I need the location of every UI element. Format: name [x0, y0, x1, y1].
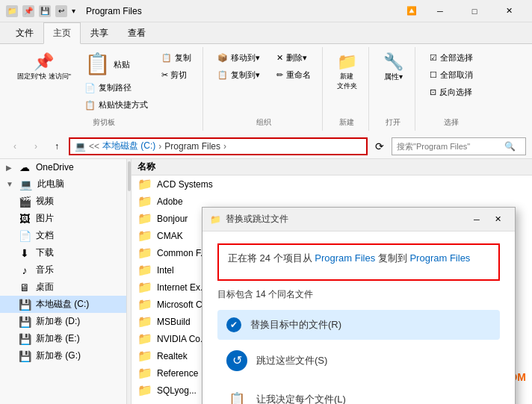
skip-label: 跳过这些文件(S): [256, 354, 327, 367]
file-name: CMAK: [157, 231, 183, 241]
new-buttons: 📁 新建文件夹: [332, 50, 362, 95]
minimize-button[interactable]: ─: [423, 0, 457, 22]
forward-button[interactable]: ›: [27, 137, 45, 155]
sidebar-item-edrive[interactable]: 💾 新加卷 (E:): [0, 330, 126, 347]
select-all-label: 全部选择: [440, 52, 473, 63]
paste-shortcut-icon: 📋: [84, 100, 96, 111]
folder-icon: 📁: [137, 314, 152, 329]
search-icon: 🔍: [504, 141, 516, 152]
sidebar-item-cdrive[interactable]: 💾 本地磁盘 (C:): [0, 296, 126, 313]
decide-option[interactable]: 📋 让我决定每个文件(L): [217, 382, 500, 405]
select-none-icon: ☐: [430, 70, 437, 80]
copy-cut-group: 📋 复制 ✂ 剪切: [156, 50, 197, 83]
sidebar-item-video[interactable]: 🎬 视频: [0, 193, 126, 210]
paste-button[interactable]: 📋 粘贴: [79, 50, 153, 78]
chevron-down-icon[interactable]: ▾: [72, 7, 75, 15]
chevron-up-icon[interactable]: 🔼: [400, 0, 423, 22]
info-prefix: 正在将 24 个项目从: [228, 252, 315, 264]
skip-option[interactable]: ↺ 跳过这些文件(S): [217, 343, 500, 379]
pin-button[interactable]: 📌 固定到"快 速访问": [12, 50, 76, 85]
tab-home[interactable]: 主页: [43, 22, 81, 44]
sidebar-label-video: 视频: [36, 195, 54, 208]
cut-button[interactable]: ✂ 剪切: [156, 67, 197, 83]
file-name: Reference: [157, 368, 198, 379]
ddrive-icon: 💾: [18, 316, 31, 328]
rename-button[interactable]: ✏ 重命名: [271, 67, 316, 83]
sidebar-item-downloads[interactable]: ⬇ 下载: [0, 244, 126, 261]
tab-file[interactable]: 文件: [6, 22, 43, 44]
decide-icon: 📋: [226, 389, 247, 405]
sidebar-item-desktop[interactable]: 🖥 桌面: [0, 279, 126, 296]
sidebar-item-documents[interactable]: 📄 文档: [0, 227, 126, 244]
new-folder-label: 新建文件夹: [337, 72, 357, 91]
file-name: Internet Ex...: [157, 282, 208, 293]
sidebar-label-downloads: 下载: [36, 246, 54, 259]
rename-icon: ✏: [276, 70, 283, 80]
copy-path-button[interactable]: 📄 复制路径: [79, 80, 153, 96]
copy-button[interactable]: 📋 复制: [156, 50, 197, 66]
copy-to-button[interactable]: 📋 复制到▾: [212, 67, 265, 83]
sidebar-item-onedrive[interactable]: ▶ ☁ OneDrive: [0, 159, 126, 175]
clipboard-label: 剪切板: [93, 114, 115, 128]
select-all-button[interactable]: ☑ 全部选择: [424, 50, 478, 66]
file-list-header: 名称: [132, 159, 532, 175]
sidebar-item-music[interactable]: ♪ 音乐: [0, 261, 126, 279]
clipboard-buttons: 📌 固定到"快 速访问" 📋 粘贴 📄 复制路径 📋 粘贴快捷方式: [12, 50, 197, 113]
refresh-button[interactable]: ⟳: [371, 137, 389, 155]
sidebar-label-desktop: 桌面: [36, 281, 54, 293]
paste-label: 粘贴: [114, 59, 130, 70]
invert-label: 反向选择: [439, 87, 472, 98]
sidebar-item-ddrive[interactable]: 💾 新加卷 (D:): [0, 313, 126, 330]
replace-option[interactable]: ✔ 替换目标中的文件(R): [217, 310, 500, 340]
move-to-label: 移动到▾: [231, 52, 260, 63]
sidebar-item-pictures[interactable]: 🖼 图片: [0, 210, 126, 227]
folder-icon: 📁: [137, 349, 152, 363]
close-button[interactable]: ✕: [492, 0, 526, 22]
up-button[interactable]: ↑: [48, 137, 66, 155]
file-name: MSBuild: [157, 317, 191, 327]
paste-icon: 📋: [84, 54, 111, 75]
desktop-icon: 🖥: [18, 282, 31, 293]
address-path[interactable]: 💻 << 本地磁盘 (C:) › Program Files ›: [69, 137, 368, 155]
dialog-minimize-button[interactable]: ─: [467, 212, 486, 227]
select-none-button[interactable]: ☐ 全部取消: [424, 67, 478, 83]
file-name: Adobe: [157, 196, 183, 207]
tab-share[interactable]: 共享: [81, 22, 118, 44]
search-box[interactable]: 🔍: [392, 137, 526, 155]
path-drive[interactable]: 本地磁盘 (C:): [102, 140, 155, 152]
expand-icon: ▼: [6, 180, 13, 188]
dialog-info-text: 正在将 24 个项目从 Program Files 复制到 Program Fi…: [228, 251, 489, 266]
save-icon: 💾: [39, 5, 51, 17]
dialog-icon: 📁: [210, 214, 221, 225]
select-all-icon: ☑: [430, 53, 437, 63]
dialog-info-box: 正在将 24 个项目从 Program Files 复制到 Program Fi…: [217, 243, 500, 281]
copy-path-label: 复制路径: [99, 82, 132, 93]
folder-icon: 📁: [137, 263, 152, 277]
sidebar-label-ddrive: 新加卷 (D:): [36, 315, 80, 328]
sidebar-label-cdrive: 本地磁盘 (C:): [36, 298, 89, 311]
paste-shortcut-button[interactable]: 📋 粘贴快捷方式: [79, 97, 153, 113]
ribbon-tabs: 文件 主页 共享 查看: [0, 22, 532, 44]
skip-icon: ↺: [226, 350, 247, 371]
cdrive-icon: 💾: [18, 299, 31, 311]
search-input[interactable]: [397, 142, 501, 151]
sidebar-label-edrive: 新加卷 (E:): [36, 332, 80, 345]
dialog-sub-text: 目标包含 14 个同名文件: [217, 288, 500, 301]
tab-view[interactable]: 查看: [118, 22, 155, 44]
dialog-close-button[interactable]: ✕: [488, 212, 507, 227]
sidebar-label-documents: 文档: [36, 229, 54, 242]
new-folder-button[interactable]: 📁 新建文件夹: [332, 50, 362, 95]
sidebar-item-gdrive[interactable]: 💾 新加卷 (G:): [0, 347, 126, 364]
list-item[interactable]: 📁ACD Systems: [132, 175, 532, 193]
resize-grip: [128, 161, 131, 191]
path-folder[interactable]: Program Files: [164, 141, 220, 152]
expand-icon: ▶: [6, 164, 12, 172]
maximize-button[interactable]: □: [457, 0, 492, 22]
delete-button[interactable]: ✕ 删除▾: [271, 50, 316, 66]
properties-button[interactable]: 🔧 属性▾: [378, 50, 409, 86]
back-button[interactable]: ‹: [6, 137, 24, 155]
move-to-button[interactable]: 📦 移动到▾: [212, 50, 265, 66]
sidebar-item-thispc[interactable]: ▼ 💻 此电脑: [0, 175, 126, 193]
invert-selection-button[interactable]: ⊡ 反向选择: [424, 84, 478, 100]
delete-icon: ✕: [276, 53, 283, 63]
